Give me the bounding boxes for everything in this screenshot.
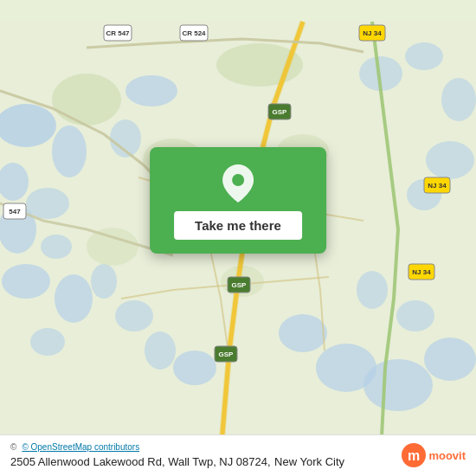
svg-point-14	[145, 331, 176, 370]
svg-point-31	[87, 228, 138, 266]
moovit-text: moovit	[428, 449, 466, 462]
moovit-logo: m moovit	[402, 443, 466, 467]
address-line2: New York City	[274, 455, 344, 468]
svg-text:NJ 34: NJ 34	[363, 29, 382, 37]
svg-point-6	[41, 235, 72, 259]
location-pin-icon	[222, 164, 254, 203]
address-line1: 2505 Allenwood Lakewood Rd, Wall Twp, NJ…	[10, 455, 271, 468]
svg-point-52	[232, 174, 244, 186]
svg-point-27	[52, 74, 121, 125]
svg-point-2	[52, 125, 87, 177]
svg-text:m: m	[408, 448, 420, 463]
svg-text:GSP: GSP	[273, 108, 288, 116]
map-container: CR 547 CR 524 NJ 34 NJ 34 NJ 34 GSP GSP …	[0, 0, 476, 476]
svg-text:547: 547	[9, 208, 21, 215]
svg-point-16	[279, 314, 327, 352]
moovit-icon: m	[402, 443, 426, 467]
svg-text:GSP: GSP	[219, 351, 235, 358]
info-bar: © © OpenStreetMap contributors 2505 Alle…	[0, 434, 476, 476]
take-me-there-button[interactable]: Take me there	[174, 211, 302, 240]
copyright-symbol: ©	[10, 442, 16, 452]
svg-point-20	[396, 300, 434, 331]
svg-point-4	[26, 188, 69, 219]
svg-point-24	[441, 78, 476, 121]
green-card: Take me there	[150, 147, 326, 254]
svg-text:CR 524: CR 524	[182, 29, 206, 37]
svg-point-18	[363, 359, 433, 411]
svg-point-15	[173, 351, 216, 385]
svg-point-9	[30, 328, 65, 356]
svg-point-21	[357, 271, 388, 309]
svg-point-7	[2, 264, 50, 299]
svg-text:GSP: GSP	[232, 281, 248, 289]
svg-point-13	[115, 300, 153, 331]
navigation-card: Take me there	[150, 147, 326, 254]
svg-point-23	[405, 42, 443, 70]
svg-text:NJ 34: NJ 34	[428, 182, 447, 190]
openstreetmap-link[interactable]: © OpenStreetMap contributors	[22, 442, 139, 452]
svg-point-10	[125, 75, 177, 106]
svg-point-12	[91, 264, 117, 299]
svg-text:CR 547: CR 547	[106, 29, 130, 37]
svg-point-25	[426, 141, 474, 179]
svg-point-19	[424, 338, 476, 381]
svg-point-8	[55, 274, 93, 323]
svg-text:NJ 34: NJ 34	[412, 268, 431, 276]
